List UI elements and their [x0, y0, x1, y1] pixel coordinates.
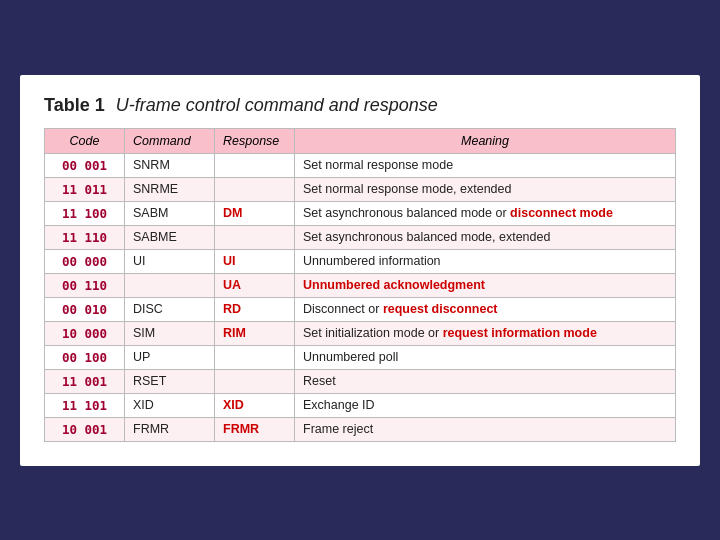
cell-command: UI [125, 249, 215, 273]
uframe-table: Code Command Response Meaning 00 001SNRM… [44, 128, 676, 442]
header-row: Code Command Response Meaning [45, 128, 676, 153]
table-row: 00 001SNRMSet normal response mode [45, 153, 676, 177]
table-row: 11 110SABMESet asynchronous balanced mod… [45, 225, 676, 249]
cell-response [215, 153, 295, 177]
cell-command: SIM [125, 321, 215, 345]
table-title: Table 1 U-frame control command and resp… [44, 95, 676, 116]
cell-response: UI [215, 249, 295, 273]
cell-response: RIM [215, 321, 295, 345]
header-command: Command [125, 128, 215, 153]
cell-code: 00 010 [45, 297, 125, 321]
cell-code: 11 110 [45, 225, 125, 249]
cell-meaning: Set normal response mode [295, 153, 676, 177]
cell-code: 11 101 [45, 393, 125, 417]
cell-command: SNRM [125, 153, 215, 177]
cell-code: 10 000 [45, 321, 125, 345]
cell-command: SABME [125, 225, 215, 249]
table-row: 11 101XIDXIDExchange ID [45, 393, 676, 417]
cell-code: 10 001 [45, 417, 125, 441]
cell-command [125, 273, 215, 297]
table-row: 00 100UPUnnumbered poll [45, 345, 676, 369]
cell-command: FRMR [125, 417, 215, 441]
title-subtitle: U-frame control command and response [116, 95, 438, 115]
cell-meaning: Unnumbered information [295, 249, 676, 273]
table-row: 10 001FRMRFRMRFrame reject [45, 417, 676, 441]
cell-response: XID [215, 393, 295, 417]
cell-meaning: Set asynchronous balanced mode, extended [295, 225, 676, 249]
cell-command: DISC [125, 297, 215, 321]
cell-command: SNRME [125, 177, 215, 201]
table-row: 11 001RSETReset [45, 369, 676, 393]
table-body: 00 001SNRMSet normal response mode11 011… [45, 153, 676, 441]
cell-command: RSET [125, 369, 215, 393]
cell-command: UP [125, 345, 215, 369]
header-response: Response [215, 128, 295, 153]
cell-meaning: Disconnect or request disconnect [295, 297, 676, 321]
header-code: Code [45, 128, 125, 153]
cell-meaning: Unnumbered poll [295, 345, 676, 369]
cell-code: 00 001 [45, 153, 125, 177]
cell-response: RD [215, 297, 295, 321]
header-meaning: Meaning [295, 128, 676, 153]
cell-response: DM [215, 201, 295, 225]
table-row: 11 011SNRMESet normal response mode, ext… [45, 177, 676, 201]
cell-meaning: Set initialization mode or request infor… [295, 321, 676, 345]
cell-meaning: Unnumbered acknowledgment [295, 273, 676, 297]
cell-meaning: Set asynchronous balanced mode or discon… [295, 201, 676, 225]
table-row: 11 100SABMDMSet asynchronous balanced mo… [45, 201, 676, 225]
cell-meaning: Reset [295, 369, 676, 393]
table-row: 00 010DISCRDDisconnect or request discon… [45, 297, 676, 321]
cell-meaning: Frame reject [295, 417, 676, 441]
cell-code: 00 000 [45, 249, 125, 273]
cell-code: 11 001 [45, 369, 125, 393]
cell-response [215, 225, 295, 249]
table-header: Code Command Response Meaning [45, 128, 676, 153]
cell-code: 00 100 [45, 345, 125, 369]
cell-response: UA [215, 273, 295, 297]
cell-code: 11 100 [45, 201, 125, 225]
slide-container: Table 1 U-frame control command and resp… [20, 75, 700, 466]
cell-code: 00 110 [45, 273, 125, 297]
table-row: 00 000UIUIUnnumbered information [45, 249, 676, 273]
cell-response [215, 345, 295, 369]
cell-command: XID [125, 393, 215, 417]
cell-response [215, 369, 295, 393]
cell-meaning: Exchange ID [295, 393, 676, 417]
cell-meaning: Set normal response mode, extended [295, 177, 676, 201]
cell-code: 11 011 [45, 177, 125, 201]
title-prefix: Table 1 [44, 95, 105, 115]
table-row: 10 000SIMRIMSet initialization mode or r… [45, 321, 676, 345]
cell-response: FRMR [215, 417, 295, 441]
cell-response [215, 177, 295, 201]
cell-command: SABM [125, 201, 215, 225]
table-row: 00 110UAUnnumbered acknowledgment [45, 273, 676, 297]
